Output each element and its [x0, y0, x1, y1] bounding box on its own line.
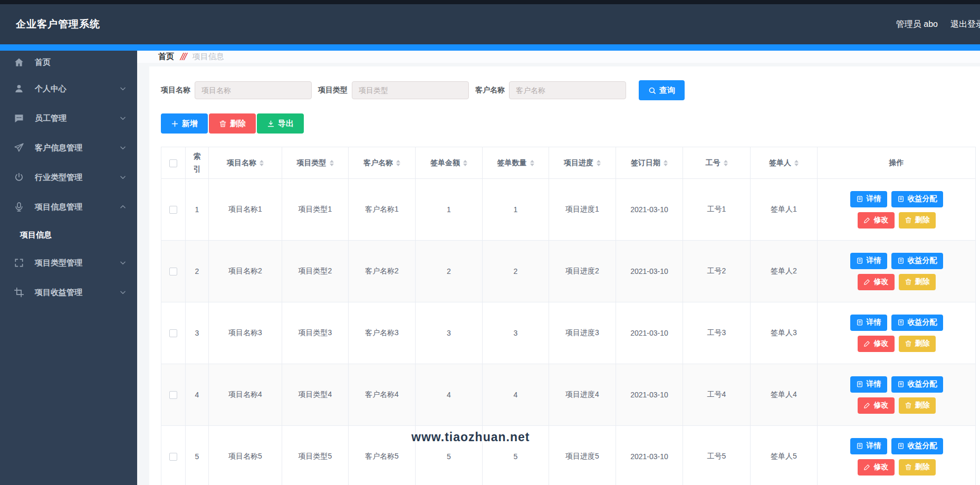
- sidebar-item-customers[interactable]: 客户信息管理: [0, 133, 137, 163]
- table-row: 5 项目名称5 项目类型5 客户名称5 5 5 项目进度5 2021-03-10…: [161, 426, 976, 485]
- document-icon: [897, 319, 905, 326]
- sort-icon[interactable]: [396, 158, 400, 168]
- filter-form: 项目名称 项目类型 客户名称 查询: [161, 80, 976, 100]
- export-button[interactable]: 导出: [257, 113, 304, 134]
- sort-icon[interactable]: [330, 158, 334, 168]
- sidebar-item-home[interactable]: 首页: [0, 51, 137, 74]
- sidebar-subitem-project-info[interactable]: 项目信息: [0, 222, 137, 248]
- cell-worker-no: 工号2: [683, 241, 751, 302]
- sidebar-item-label: 个人中心: [35, 84, 66, 94]
- row-checkbox[interactable]: [169, 268, 177, 275]
- cell-index: 1: [186, 179, 209, 241]
- row-delete-button[interactable]: 删除: [899, 397, 936, 414]
- row-checkbox[interactable]: [169, 453, 177, 461]
- edit-button[interactable]: 修改: [858, 397, 895, 414]
- income-assign-button[interactable]: 收益分配: [891, 253, 943, 269]
- chevron-down-icon: [119, 85, 127, 92]
- sort-icon[interactable]: [597, 158, 601, 168]
- column-header-worker-no: 工号: [706, 158, 720, 168]
- sort-icon[interactable]: [530, 158, 534, 168]
- row-delete-button[interactable]: 删除: [899, 459, 936, 476]
- fullscreen-icon: [14, 258, 24, 268]
- chevron-up-icon: [119, 203, 127, 211]
- cell-customer-name: 客户名称4: [349, 364, 416, 426]
- detail-button[interactable]: 详情: [850, 438, 887, 454]
- cell-sign-date: 2021-03-10: [616, 179, 683, 241]
- row-checkbox[interactable]: [169, 391, 177, 399]
- table-header-row: 索引 项目名称 项目类型 客户名称 签单金额 签单数量 项目进度 签订日期 工号…: [161, 147, 976, 179]
- document-icon: [856, 195, 863, 203]
- project-name-input[interactable]: [195, 81, 312, 99]
- detail-button[interactable]: 详情: [850, 376, 887, 393]
- row-checkbox[interactable]: [169, 329, 177, 337]
- trash-icon: [905, 216, 912, 224]
- cell-sign-date: 2021-03-10: [616, 302, 683, 364]
- sort-icon[interactable]: [463, 158, 467, 168]
- breadcrumb-home-link[interactable]: 首页: [158, 52, 174, 62]
- cell-sign-amount: 2: [416, 241, 483, 302]
- add-button[interactable]: 新增: [161, 113, 208, 134]
- sidebar-item-project-info-mgmt[interactable]: 项目信息管理: [0, 192, 137, 222]
- sidebar-item-project-types[interactable]: 项目类型管理: [0, 248, 137, 278]
- cell-sign-amount: 3: [416, 302, 483, 364]
- search-button[interactable]: 查询: [639, 80, 685, 100]
- row-delete-button[interactable]: 删除: [899, 274, 936, 290]
- accent-bar: [0, 44, 980, 51]
- select-all-checkbox[interactable]: [169, 159, 177, 167]
- sort-icon[interactable]: [794, 158, 799, 168]
- sort-icon[interactable]: [724, 158, 728, 168]
- window-top-edge: [0, 0, 980, 4]
- row-delete-button[interactable]: 删除: [899, 336, 936, 352]
- sort-icon[interactable]: [664, 158, 668, 168]
- detail-button[interactable]: 详情: [850, 315, 887, 331]
- edit-button[interactable]: 修改: [858, 336, 895, 352]
- column-header-project-name: 项目名称: [227, 158, 256, 168]
- chevron-down-icon: [119, 115, 127, 122]
- column-header-signer: 签单人: [769, 158, 791, 168]
- pencil-icon: [863, 216, 871, 224]
- sort-icon[interactable]: [260, 158, 264, 168]
- top-navbar: 企业客户管理系统 管理员 abo 退出登录: [0, 4, 980, 44]
- breadcrumb-separator-icon: ///: [180, 51, 186, 63]
- logout-link[interactable]: 退出登录: [950, 19, 980, 30]
- send-icon: [14, 142, 24, 153]
- cell-project-name: 项目名称5: [209, 426, 282, 485]
- sidebar-item-employees[interactable]: 员工管理: [0, 103, 137, 133]
- sidebar-item-project-income[interactable]: 项目收益管理: [0, 278, 137, 307]
- delete-button[interactable]: 删除: [209, 113, 256, 134]
- income-assign-button[interactable]: 收益分配: [891, 315, 943, 331]
- trash-icon: [905, 278, 912, 286]
- comment-icon: [14, 113, 24, 123]
- cell-worker-no: 工号4: [683, 364, 751, 426]
- cell-signer: 签单人1: [751, 179, 818, 241]
- edit-button[interactable]: 修改: [858, 274, 895, 290]
- column-header-sign-quantity: 签单数量: [497, 158, 527, 168]
- detail-button[interactable]: 详情: [850, 253, 887, 269]
- income-assign-button[interactable]: 收益分配: [891, 376, 943, 393]
- income-assign-button[interactable]: 收益分配: [891, 191, 943, 207]
- cell-project-name: 项目名称3: [209, 302, 282, 364]
- table-row: 4 项目名称4 项目类型4 客户名称4 4 4 项目进度4 2021-03-10…: [161, 364, 976, 426]
- trash-icon: [905, 402, 912, 409]
- sidebar-item-industry-types[interactable]: 行业类型管理: [0, 163, 137, 192]
- table-toolbar: 新增 删除 导出: [161, 113, 976, 134]
- edit-button[interactable]: 修改: [858, 459, 895, 476]
- row-delete-button[interactable]: 删除: [899, 212, 936, 229]
- chevron-down-icon: [119, 174, 127, 181]
- customer-name-input[interactable]: [509, 81, 626, 99]
- sidebar-item-profile[interactable]: 个人中心: [0, 74, 137, 103]
- document-icon: [897, 257, 905, 264]
- document-icon: [897, 442, 905, 450]
- cell-index: 4: [186, 364, 209, 426]
- watermark: www.tiaozhuan.net: [411, 430, 530, 444]
- edit-button[interactable]: 修改: [858, 212, 895, 229]
- main-content: 首页 /// 项目信息 项目名称 项目类型 客户名称: [137, 51, 980, 485]
- row-checkbox[interactable]: [169, 206, 177, 214]
- current-user[interactable]: 管理员 abo: [896, 19, 938, 30]
- cell-project-name: 项目名称2: [209, 241, 282, 302]
- projects-table: 索引 项目名称 项目类型 客户名称 签单金额 签单数量 项目进度 签订日期 工号…: [161, 147, 976, 485]
- detail-button[interactable]: 详情: [850, 191, 887, 207]
- project-type-input[interactable]: [352, 81, 469, 99]
- income-assign-button[interactable]: 收益分配: [891, 438, 943, 454]
- user-icon: [14, 83, 24, 94]
